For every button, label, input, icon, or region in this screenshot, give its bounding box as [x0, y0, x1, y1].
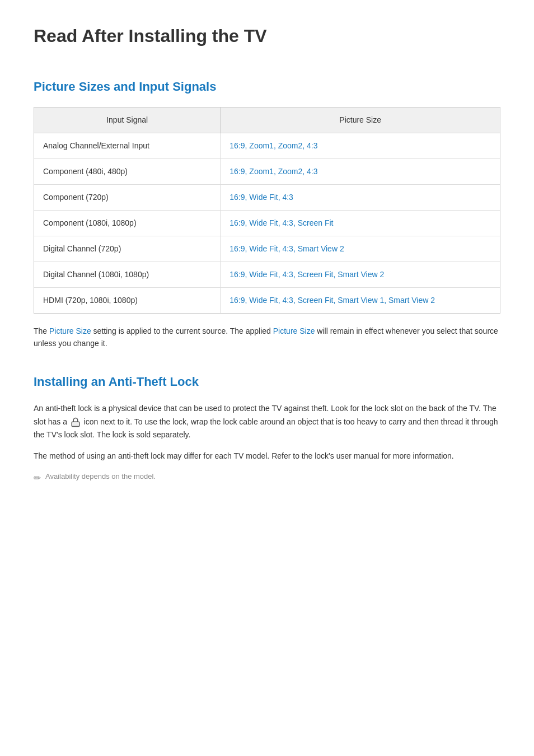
description-middle: setting is applied to the current source…: [91, 326, 273, 335]
section2-paragraph1: An anti-theft lock is a physical device …: [34, 402, 500, 442]
section-anti-theft: Installing an Anti-Theft Lock An anti-th…: [34, 372, 500, 485]
section-picture-sizes: Picture Sizes and Input Signals Input Si…: [34, 77, 500, 350]
picture-size-cell: 16:9, Wide Fit, 4:3, Screen Fit, Smart V…: [221, 288, 500, 314]
table-row: Analog Channel/External Input16:9, Zoom1…: [34, 133, 500, 159]
picture-size-cell: 16:9, Zoom1, Zoom2, 4:3: [221, 133, 500, 159]
section2-title: Installing an Anti-Theft Lock: [34, 372, 500, 391]
section2-paragraph2: The method of using an anti-theft lock m…: [34, 450, 500, 463]
table-row: HDMI (720p, 1080i, 1080p)16:9, Wide Fit,…: [34, 288, 500, 314]
picture-sizes-table: Input Signal Picture Size Analog Channel…: [34, 107, 500, 314]
page-title: Read After Installing the TV: [34, 22, 500, 55]
table-row: Component (1080i, 1080p)16:9, Wide Fit, …: [34, 211, 500, 236]
svg-rect-0: [72, 422, 79, 426]
input-signal-cell: Component (1080i, 1080p): [34, 211, 221, 236]
col-header-picture-size: Picture Size: [221, 108, 500, 133]
picture-size-cell: 16:9, Wide Fit, 4:3, Screen Fit: [221, 211, 500, 236]
col-header-input-signal: Input Signal: [34, 108, 221, 133]
pencil-icon: ✏: [34, 472, 41, 485]
picture-size-highlight1: Picture Size: [49, 326, 91, 335]
table-row: Digital Channel (720p)16:9, Wide Fit, 4:…: [34, 236, 500, 262]
picture-size-highlight2: Picture Size: [273, 326, 315, 335]
table-row: Digital Channel (1080i, 1080p)16:9, Wide…: [34, 262, 500, 288]
input-signal-cell: Analog Channel/External Input: [34, 133, 221, 159]
lock-icon: [71, 417, 81, 427]
picture-size-cell: 16:9, Wide Fit, 4:3: [221, 185, 500, 211]
input-signal-cell: Component (720p): [34, 185, 221, 211]
picture-size-cell: 16:9, Wide Fit, 4:3, Smart View 2: [221, 236, 500, 262]
description-before-highlight1: The: [34, 326, 49, 335]
input-signal-cell: Component (480i, 480p): [34, 159, 221, 185]
picture-size-cell: 16:9, Zoom1, Zoom2, 4:3: [221, 159, 500, 185]
table-row: Component (480i, 480p)16:9, Zoom1, Zoom2…: [34, 159, 500, 185]
input-signal-cell: Digital Channel (720p): [34, 236, 221, 262]
picture-size-cell: 16:9, Wide Fit, 4:3, Screen Fit, Smart V…: [221, 262, 500, 288]
section1-description: The Picture Size setting is applied to t…: [34, 325, 500, 350]
input-signal-cell: Digital Channel (1080i, 1080p): [34, 262, 221, 288]
availability-note: ✏ Availability depends on the model.: [34, 471, 500, 485]
section1-title: Picture Sizes and Input Signals: [34, 77, 500, 96]
table-row: Component (720p)16:9, Wide Fit, 4:3: [34, 185, 500, 211]
input-signal-cell: HDMI (720p, 1080i, 1080p): [34, 288, 221, 314]
note-text: Availability depends on the model.: [45, 471, 156, 482]
